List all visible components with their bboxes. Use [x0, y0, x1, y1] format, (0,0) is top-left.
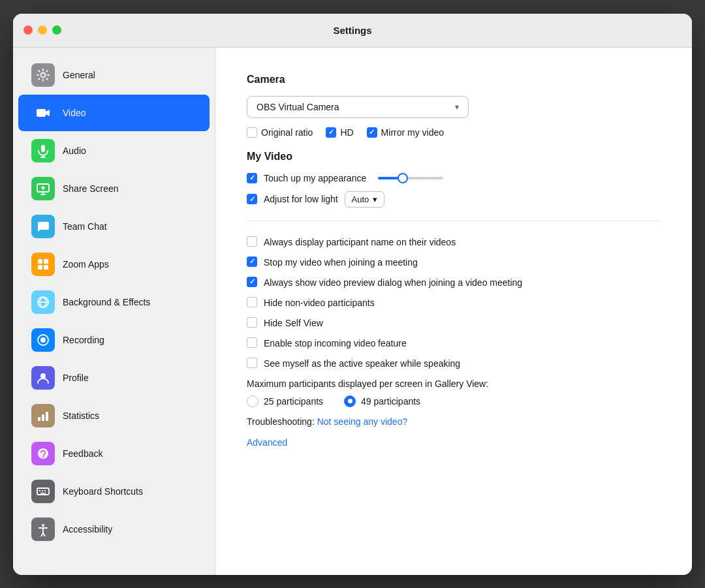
sidebar-label-sharescreen: Share Screen: [63, 183, 119, 194]
touch-up-row: Touch up my appearance: [247, 173, 661, 183]
radio-49-label: 49 participants: [361, 396, 420, 407]
my-video-title: My Video: [247, 151, 661, 162]
camera-dropdown-value: OBS Virtual Camera: [257, 102, 339, 112]
radio-25[interactable]: [247, 395, 258, 407]
option-show-preview: Always show video preview dialog when jo…: [247, 272, 661, 292]
svg-rect-2: [41, 145, 45, 152]
svg-rect-7: [44, 259, 48, 264]
sidebar-item-video[interactable]: Video: [18, 95, 210, 131]
touch-up-checkbox[interactable]: [247, 173, 257, 183]
touch-up-slider[interactable]: [378, 177, 443, 179]
audio-icon-bg: [31, 139, 55, 162]
auto-dropdown[interactable]: Auto ▾: [345, 191, 385, 208]
sidebar-label-video: Video: [63, 108, 86, 118]
option-display-name: Always display participant name on their…: [247, 232, 661, 252]
feedback-icon-bg: [31, 442, 55, 465]
recording-icon-bg: [31, 328, 55, 352]
show-preview-label: Always show video preview dialog when jo…: [264, 277, 522, 288]
touch-up-label: Touch up my appearance: [264, 173, 366, 183]
hide-non-video-checkbox[interactable]: [247, 297, 257, 307]
adjust-low-light-row: Adjust for low light Auto ▾: [247, 191, 661, 208]
camera-section-title: Camera: [247, 74, 661, 85]
options-list: Always display participant name on their…: [247, 232, 661, 373]
sidebar-label-profile: Profile: [63, 373, 89, 383]
bgeffects-icon-bg: [31, 290, 55, 314]
minimize-button[interactable]: [38, 25, 47, 35]
sidebar-item-recording[interactable]: Recording: [18, 322, 210, 358]
sidebar-item-zoomapps[interactable]: Zoom Apps: [18, 246, 210, 283]
stop-video-label: Stop my video when joining a meeting: [264, 256, 418, 268]
profile-icon: [36, 371, 50, 385]
stop-video-checkbox[interactable]: [247, 256, 257, 267]
sidebar-label-recording: Recording: [63, 335, 104, 345]
adjust-low-light-checkbox[interactable]: [247, 194, 257, 204]
option-stop-incoming: Enable stop incoming video feature: [247, 333, 661, 353]
svg-point-18: [42, 456, 44, 457]
svg-point-24: [42, 524, 44, 527]
sidebar-item-accessibility[interactable]: Accessibility: [18, 511, 210, 548]
hd-label: HD: [340, 127, 353, 138]
radio-25-label: 25 participants: [264, 396, 323, 407]
section-divider: [247, 221, 661, 221]
stop-incoming-label: Enable stop incoming video feature: [264, 337, 407, 348]
svg-rect-20: [39, 490, 40, 491]
stop-incoming-checkbox[interactable]: [247, 337, 257, 348]
statistics-icon-bg: [31, 404, 55, 427]
camera-options: Original ratio HD Mirror my video: [247, 127, 661, 138]
sidebar-item-profile[interactable]: Profile: [18, 360, 210, 396]
traffic-lights: [24, 25, 61, 35]
hd-option: HD: [326, 127, 353, 138]
sidebar-label-bgeffects: Background & Effects: [63, 297, 150, 307]
sidebar-item-keyboard[interactable]: Keyboard Shortcuts: [18, 473, 210, 510]
sidebar-item-bgeffects[interactable]: Background & Effects: [18, 284, 210, 320]
zoomapps-icon: [36, 257, 50, 271]
teamchat-icon-bg: [31, 215, 55, 238]
active-speaker-checkbox[interactable]: [247, 358, 257, 368]
mirror-checkbox[interactable]: [367, 127, 377, 138]
sidebar-item-audio[interactable]: Audio: [18, 132, 210, 169]
hide-non-video-label: Hide non-video participants: [264, 297, 375, 308]
display-name-label: Always display participant name on their…: [264, 236, 456, 247]
adjust-low-light-label: Adjust for low light: [264, 194, 338, 204]
keyboard-icon-bg: [31, 480, 55, 503]
radio-25-item: 25 participants: [247, 395, 323, 407]
slider-thumb[interactable]: [398, 173, 408, 183]
hide-self-label: Hide Self View: [264, 317, 323, 328]
original-ratio-checkbox[interactable]: [247, 127, 257, 138]
option-hide-non-video: Hide non-video participants: [247, 292, 661, 313]
video-icon: [36, 106, 50, 120]
sidebar-label-zoomapps: Zoom Apps: [63, 259, 109, 270]
svg-rect-22: [44, 490, 46, 491]
slider-track: [378, 177, 443, 179]
statistics-icon: [36, 409, 50, 423]
sidebar-item-feedback[interactable]: Feedback: [18, 435, 210, 472]
sidebar-item-general[interactable]: General: [18, 57, 210, 93]
my-video-section: My Video Touch up my appearance Adjust f…: [247, 151, 661, 208]
video-icon-bg: [31, 101, 55, 125]
audio-icon: [36, 144, 50, 158]
troubleshooting-link[interactable]: Not seeing any video?: [317, 416, 408, 427]
main-content: General Video: [13, 48, 692, 575]
teamchat-icon: [36, 219, 50, 234]
troubleshooting-text: Troubleshooting:: [247, 416, 315, 427]
show-preview-checkbox[interactable]: [247, 277, 257, 287]
sharescreen-icon: [36, 181, 50, 196]
sidebar-item-sharescreen[interactable]: Share Screen: [18, 170, 210, 207]
sidebar-item-statistics[interactable]: Statistics: [18, 397, 210, 434]
gallery-view-section: Maximum participants displayed per scree…: [247, 379, 661, 407]
close-button[interactable]: [24, 25, 33, 35]
advanced-link[interactable]: Advanced: [247, 437, 287, 448]
hide-self-checkbox[interactable]: [247, 317, 257, 328]
troubleshooting-row: Troubleshooting: Not seeing any video?: [247, 416, 661, 427]
display-name-checkbox[interactable]: [247, 236, 257, 247]
camera-dropdown[interactable]: OBS Virtual Camera ▾: [247, 96, 469, 118]
bgeffects-icon: [36, 295, 50, 309]
svg-rect-21: [42, 490, 43, 491]
svg-rect-8: [38, 265, 42, 270]
hd-checkbox[interactable]: [326, 127, 336, 138]
option-hide-self: Hide Self View: [247, 313, 661, 333]
sidebar-item-teamchat[interactable]: Team Chat: [18, 208, 210, 245]
maximize-button[interactable]: [52, 25, 61, 35]
radio-49[interactable]: [344, 395, 356, 407]
sharescreen-icon-bg: [31, 177, 55, 200]
